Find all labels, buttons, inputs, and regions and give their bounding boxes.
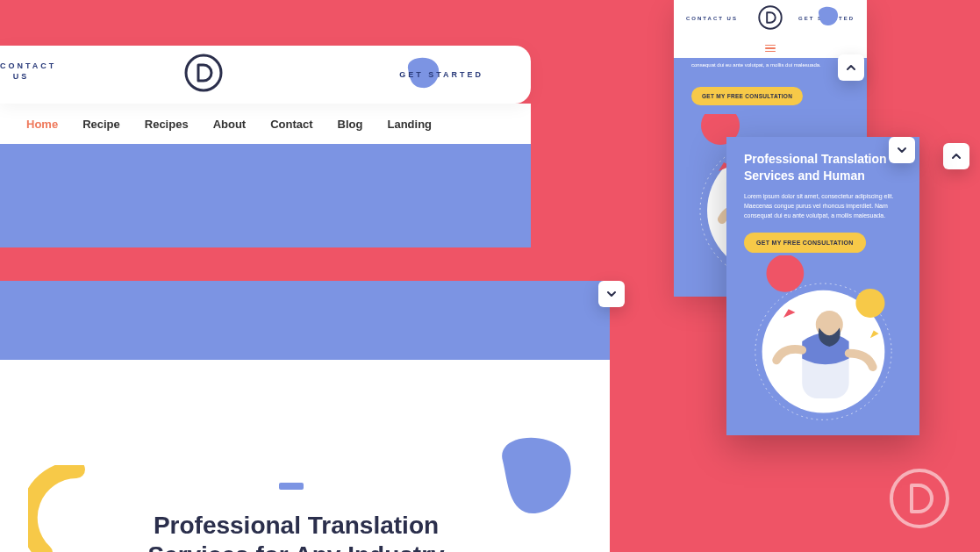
- expand-mobile2-preview[interactable]: [889, 137, 915, 163]
- mobile-cta-button[interactable]: GET MY FREE CONSULTATION: [691, 87, 803, 105]
- nav-contact[interactable]: Contact: [270, 118, 312, 131]
- yellow-blob-decoration: [28, 465, 98, 552]
- desktop-header: CONTACT US GET STARTED Home Recipe Recip…: [0, 46, 531, 144]
- hamburger-icon: [765, 45, 776, 53]
- accent-dash: [279, 483, 304, 490]
- collapse-mobile1-preview[interactable]: [838, 54, 864, 81]
- chevron-down-icon: [896, 144, 908, 156]
- nav-about[interactable]: About: [213, 118, 247, 131]
- chevron-up-icon: [845, 61, 857, 74]
- mobile-cta-button-2[interactable]: GET MY FREE CONSULTATION: [744, 233, 866, 253]
- chevron-up-icon: [950, 150, 962, 162]
- nav-recipe[interactable]: Recipe: [82, 118, 120, 131]
- main-nav: Home Recipe Recipes About Contact Blog L…: [0, 104, 531, 144]
- svg-point-10: [891, 470, 948, 527]
- divi-logo[interactable]: [184, 54, 223, 96]
- nav-blog[interactable]: Blog: [338, 118, 363, 131]
- mobile-menu-toggle[interactable]: [674, 39, 867, 58]
- mobile-header: CONTACT US GET STARTED: [674, 0, 867, 58]
- mobile-hero-body: Lorem ipsum dolor sit amet, consectetur …: [726, 191, 919, 221]
- expand-hero-preview[interactable]: [598, 281, 625, 307]
- nav-recipes[interactable]: Recipes: [145, 118, 189, 131]
- get-started-link[interactable]: GET STARTED: [399, 70, 483, 79]
- contact-us-link[interactable]: CONTACT US: [0, 61, 42, 82]
- divi-logo-icon: [889, 468, 950, 529]
- svg-point-0: [186, 55, 221, 90]
- mobile-contact-link[interactable]: CONTACT US: [686, 16, 738, 23]
- mobile-header-top: CONTACT US GET STARTED: [674, 0, 867, 39]
- divi-watermark: [889, 468, 950, 533]
- divi-logo-icon: [758, 5, 783, 30]
- divi-logo-icon: [184, 54, 223, 92]
- chevron-down-icon: [605, 288, 618, 300]
- nav-home[interactable]: Home: [26, 118, 58, 131]
- hero-white-band: Professional Translation Services for An…: [0, 360, 610, 552]
- collapse-desktop-preview[interactable]: [943, 143, 969, 169]
- nav-landing[interactable]: Landing: [387, 118, 432, 131]
- header-top-bar: CONTACT US GET STARTED: [0, 46, 531, 104]
- mobile-header-blob: [814, 4, 841, 30]
- hero-illustration-2: [751, 255, 896, 431]
- blue-blob-decoration: [487, 430, 579, 526]
- desktop-hero-top: [0, 144, 531, 247]
- mobile-preview-hero: Professional Translation Services and Hu…: [726, 137, 919, 435]
- mobile-hero-title-line2: Services and Human: [744, 168, 902, 184]
- mobile-hero-title-line1: Professional Translation: [744, 151, 902, 168]
- svg-point-1: [759, 6, 781, 28]
- mobile-divi-logo[interactable]: [758, 5, 783, 33]
